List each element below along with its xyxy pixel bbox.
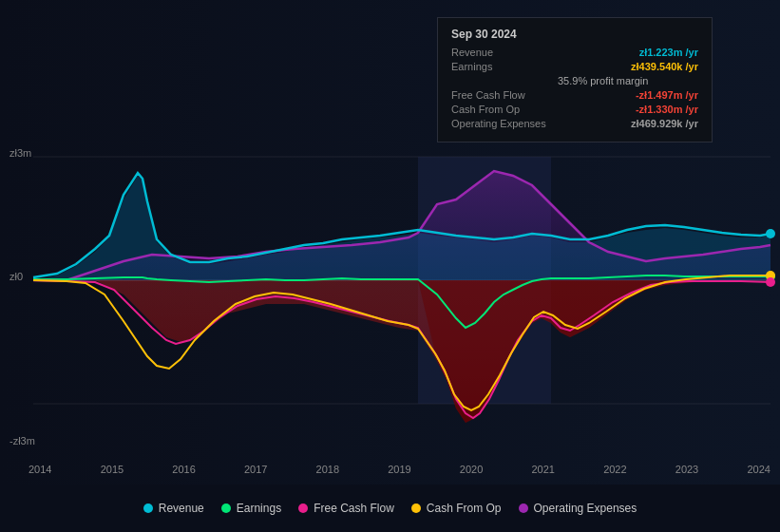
x-label-2016: 2016 [172,464,195,475]
legend-revenue-dot [143,504,153,513]
legend-cfo[interactable]: Cash From Op [411,502,502,515]
tooltip-cfo-label: Cash From Op [451,104,556,115]
tooltip-earnings-label: Earnings [451,61,556,72]
legend-fcf[interactable]: Free Cash Flow [298,502,394,515]
legend-earnings[interactable]: Earnings [221,502,281,515]
y-label-bottom: -zł3m [10,435,35,446]
tooltip-opex-label: Operating Expenses [451,118,556,129]
tooltip-cfo-row: Cash From Op -zł1.330m /yr [451,104,698,115]
tooltip-fcf-value: -zł1.497m /yr [636,89,698,101]
tooltip-revenue-label: Revenue [451,47,556,58]
legend-earnings-dot [221,504,231,513]
x-label-2021: 2021 [531,464,554,475]
x-label-2023: 2023 [675,464,698,475]
svg-point-8 [766,277,775,287]
tooltip-earnings-value: zł439.540k /yr [631,61,698,72]
y-label-top: zł3m [10,147,31,159]
x-label-2022: 2022 [603,464,626,475]
x-label-2014: 2014 [29,464,51,475]
svg-point-5 [766,229,775,238]
x-label-2017: 2017 [244,464,267,475]
legend-fcf-label: Free Cash Flow [314,502,394,515]
chart-legend: Revenue Earnings Free Cash Flow Cash Fro… [0,502,780,515]
x-axis: 2014 2015 2016 2017 2018 2019 2020 2021 … [29,464,770,475]
tooltip-earnings-row: Earnings zł439.540k /yr [451,61,698,72]
tooltip-revenue-value: zł1.223m /yr [639,47,698,58]
y-label-zero: zł0 [10,271,23,282]
legend-revenue-label: Revenue [159,502,204,515]
x-label-2020: 2020 [460,464,483,475]
tooltip-date: Sep 30 2024 [451,28,698,41]
x-label-2015: 2015 [101,464,124,475]
legend-earnings-label: Earnings [237,502,281,515]
tooltip-revenue-row: Revenue zł1.223m /yr [451,47,698,58]
tooltip-opex-value: zł469.929k /yr [631,118,698,129]
legend-fcf-dot [298,504,308,513]
legend-opex-label: Operating Expenses [534,502,637,515]
x-label-2024: 2024 [747,464,770,475]
x-label-2019: 2019 [388,464,410,475]
legend-opex[interactable]: Operating Expenses [519,502,637,515]
tooltip-margin: 35.9% profit margin [451,75,698,86]
tooltip-box: Sep 30 2024 Revenue zł1.223m /yr Earning… [437,17,713,142]
legend-opex-dot [519,504,528,513]
tooltip-fcf-label: Free Cash Flow [451,89,556,101]
legend-revenue[interactable]: Revenue [143,502,204,515]
tooltip-opex-row: Operating Expenses zł469.929k /yr [451,118,698,129]
legend-cfo-dot [411,504,421,513]
legend-cfo-label: Cash From Op [427,502,502,515]
chart-container: zł3m zł0 -zł3m Sep 30 2024 Revenue zł1.2… [0,0,780,532]
tooltip-fcf-row: Free Cash Flow -zł1.497m /yr [451,89,698,101]
tooltip-cfo-value: -zł1.330m /yr [636,104,698,115]
x-label-2018: 2018 [316,464,339,475]
